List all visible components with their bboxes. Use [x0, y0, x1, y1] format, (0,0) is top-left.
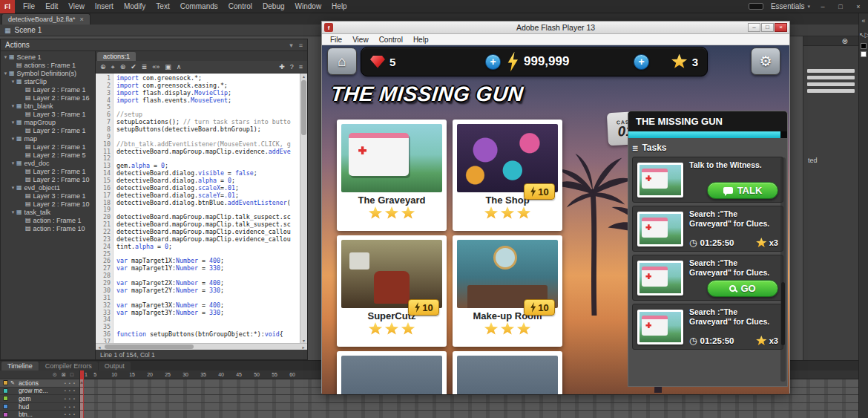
menu-insert[interactable]: Insert [90, 0, 119, 13]
scroll-left-icon[interactable]: ◂ [96, 344, 103, 350]
menu-text[interactable]: Text [151, 0, 174, 13]
tree-item[interactable]: ▤Layer 2 : Frame 1 [1, 85, 95, 94]
task-item[interactable]: Search :"The Graveyard" for Clues.GO [632, 255, 783, 301]
player-maximize-button[interactable]: □ [761, 23, 774, 32]
hscroll-thumb[interactable] [105, 344, 194, 349]
tab-close-icon[interactable]: × [80, 16, 84, 23]
tree-item[interactable]: ▤Layer 2 : Frame 10 [1, 200, 95, 208]
player-menu-help[interactable]: Help [408, 36, 434, 44]
tree-item[interactable]: ▤Layer 3 : Frame 1 [1, 192, 95, 200]
tree-item[interactable]: ▤Layer 2 : Frame 5 [1, 151, 95, 159]
scene-card[interactable]: The Graveyard [337, 120, 447, 231]
menu-debug[interactable]: Debug [257, 0, 289, 13]
scene-card[interactable]: 10Make-up Room [453, 235, 562, 347]
scroll-right-icon[interactable]: ▸ [300, 344, 307, 350]
layer-row[interactable]: btn...••▪ [0, 411, 79, 418]
selection-tool-icon[interactable]: ↖ [859, 31, 865, 39]
expander-icon[interactable]: ▼ [10, 161, 16, 166]
home-button[interactable]: ⌂ [327, 48, 357, 75]
expander-icon[interactable]: ▼ [10, 137, 16, 141]
tree-item[interactable]: ▤Layer 2 : Frame 1 [1, 126, 95, 134]
settings-button[interactable]: ⚙ [751, 48, 780, 75]
stroke-color-chip[interactable] [861, 43, 867, 49]
code-hscrollbar[interactable]: ◂ ▸ [96, 343, 307, 350]
lock-all-icon[interactable]: ⊠ [62, 372, 66, 378]
tab-timeline[interactable]: Timeline [1, 362, 39, 370]
task-talk-button[interactable]: TALK [707, 182, 778, 199]
tree-item[interactable]: ▼▦btn_blank [1, 102, 95, 110]
scene-card[interactable] [453, 351, 562, 394]
layer-frames[interactable] [80, 395, 858, 403]
tree-item[interactable]: ▤Layer 3 : Frame 1 [1, 110, 95, 118]
tree-item[interactable]: ▤actions : Frame 1 [1, 61, 95, 69]
fill-color-chip[interactable] [861, 51, 867, 57]
task-go-button[interactable]: GO [707, 280, 778, 297]
scene-card[interactable]: 10The Shop [453, 120, 562, 231]
minimize-button[interactable]: – [818, 3, 828, 10]
actions-panel-titlebar[interactable]: Actions ▾ ≡ [1, 39, 307, 51]
tree-item[interactable]: ▼▦evd_doc [1, 159, 95, 167]
player-menu-view[interactable]: View [347, 36, 374, 44]
tree-item[interactable]: ▼▦task_talk [1, 208, 95, 216]
player-menu-file[interactable]: File [325, 36, 347, 44]
tab-compiler-errors[interactable]: Compiler Errors [39, 362, 98, 370]
show-code-hint-icon[interactable]: «» [152, 61, 160, 74]
menu-control[interactable]: Control [223, 0, 257, 13]
collapse-selection-icon[interactable]: ∧ [177, 61, 182, 74]
player-titlebar[interactable]: f Adobe Flash Player 13 – □ × [322, 22, 789, 34]
debug-options-icon[interactable]: ▣ [165, 61, 171, 74]
expander-icon[interactable]: ▼ [10, 120, 16, 125]
playhead[interactable] [80, 370, 84, 379]
tree-item[interactable]: ▤Layer 2 : Frame 1 [1, 167, 95, 175]
code-vscrollbar[interactable]: ▴ ▾ [300, 74, 307, 343]
layer-row[interactable]: hud••▪ [0, 403, 79, 411]
tasks-scroll-thumb[interactable] [781, 282, 785, 345]
collapse-dock-icon[interactable]: « [859, 15, 868, 27]
menu-commands[interactable]: Commands [175, 0, 223, 13]
close-button[interactable]: × [853, 3, 864, 10]
menu-help[interactable]: Help [326, 0, 352, 13]
document-tab[interactable]: detectiveBoard_b2.fla* × [1, 13, 91, 25]
task-item[interactable]: Talk to the Witness.TALK [632, 157, 783, 203]
code-area[interactable]: 1234567891011121314151617181920212223242… [96, 74, 307, 343]
panel-close-icon[interactable]: ⊗ [842, 36, 848, 46]
script-assist-icon[interactable]: ✚ [279, 61, 285, 74]
tree-item[interactable]: ▼▦evd_object1 [1, 183, 95, 192]
tasks-scrollbar[interactable] [780, 157, 786, 382]
tree-item[interactable]: ▤action : Frame 10 [1, 224, 95, 232]
menu-window[interactable]: Window [290, 0, 327, 13]
scene-card[interactable]: 10SuperCutz [337, 235, 447, 347]
expander-icon[interactable]: ▼ [2, 71, 9, 76]
layer-frames[interactable] [80, 403, 858, 411]
menu-modify[interactable]: Modify [119, 0, 151, 13]
app-logo-icon[interactable]: Fl [0, 0, 15, 13]
tree-item[interactable]: ▤Layer 2 : Frame 10 [1, 175, 95, 183]
tree-item[interactable]: ▼▦starClip [1, 77, 95, 85]
vscroll-thumb[interactable] [301, 80, 306, 135]
code-lines[interactable]: import com.greensock.*;import com.greens… [114, 74, 300, 343]
help-icon[interactable]: ? [290, 61, 294, 74]
tree-item[interactable]: ▤Layer 2 : Frame 1 [1, 143, 95, 151]
menu-view[interactable]: View [63, 0, 90, 13]
expander-icon[interactable]: ▼ [2, 55, 9, 59]
workspace-switcher[interactable]: Essentials ▾ [771, 2, 810, 10]
insert-target-path-icon[interactable]: ⊛ [120, 61, 126, 74]
outline-all-icon[interactable]: □ [70, 372, 73, 377]
subselection-tool-icon[interactable]: ▷ [865, 31, 868, 39]
scene-card[interactable] [337, 351, 447, 394]
tree-item[interactable]: ▼▦Scene 1 [1, 53, 95, 61]
layer-frames[interactable] [80, 411, 858, 418]
panel-collapse-icon[interactable]: ▾ [289, 42, 293, 49]
player-close-button[interactable]: × [775, 23, 787, 32]
script-tab[interactable]: actions:1 [97, 52, 136, 61]
player-minimize-button[interactable]: – [748, 23, 760, 32]
layer-row[interactable]: ✎actions••▪ [0, 379, 79, 388]
panel-menu-icon[interactable]: ≡ [299, 42, 303, 49]
panel-menu-icon[interactable]: ≡ [299, 61, 303, 74]
playhead-line[interactable] [80, 379, 84, 418]
expander-icon[interactable]: ▼ [10, 79, 16, 84]
breadcrumb[interactable]: Scene 1 [15, 26, 42, 34]
tab-output[interactable]: Output [99, 362, 131, 370]
find-replace-icon[interactable]: ⌖ [111, 61, 115, 74]
show-hide-all-icon[interactable]: ⊙ [53, 372, 57, 378]
